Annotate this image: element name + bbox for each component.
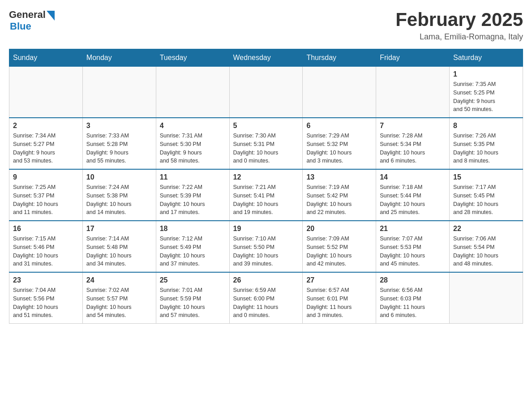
calendar-day-cell (376, 67, 450, 118)
day-number: 18 (160, 225, 226, 233)
logo: General Blue (9, 9, 55, 32)
day-number: 15 (453, 173, 519, 181)
calendar-day-cell: 8Sunrise: 7:26 AM Sunset: 5:35 PM Daylig… (450, 118, 523, 169)
calendar-day-cell: 25Sunrise: 7:01 AM Sunset: 5:59 PM Dayli… (156, 272, 229, 324)
calendar-subtitle: Lama, Emilia-Romagna, Italy (395, 32, 523, 42)
day-info: Sunrise: 7:10 AM Sunset: 5:50 PM Dayligh… (233, 235, 299, 268)
day-info: Sunrise: 7:28 AM Sunset: 5:34 PM Dayligh… (380, 132, 446, 165)
calendar-day-cell: 3Sunrise: 7:33 AM Sunset: 5:28 PM Daylig… (82, 118, 156, 169)
day-number: 13 (306, 173, 372, 181)
day-number: 11 (160, 173, 226, 181)
calendar-title: February 2025 (395, 9, 523, 30)
day-number: 1 (453, 70, 519, 78)
calendar-day-cell: 4Sunrise: 7:31 AM Sunset: 5:30 PM Daylig… (156, 118, 229, 169)
day-of-week-header: Sunday (9, 49, 83, 67)
day-info: Sunrise: 7:31 AM Sunset: 5:30 PM Dayligh… (160, 132, 226, 165)
day-number: 23 (13, 276, 79, 284)
calendar-week-row: 2Sunrise: 7:34 AM Sunset: 5:27 PM Daylig… (9, 118, 523, 169)
day-number: 16 (13, 225, 79, 233)
calendar-day-cell: 13Sunrise: 7:19 AM Sunset: 5:42 PM Dayli… (303, 169, 376, 221)
day-info: Sunrise: 7:01 AM Sunset: 5:59 PM Dayligh… (160, 286, 226, 320)
calendar-day-cell: 5Sunrise: 7:30 AM Sunset: 5:31 PM Daylig… (229, 118, 303, 169)
calendar-day-cell (156, 67, 229, 118)
calendar-day-cell (82, 67, 156, 118)
day-info: Sunrise: 6:56 AM Sunset: 6:03 PM Dayligh… (380, 286, 446, 320)
day-number: 9 (13, 173, 79, 181)
title-block: February 2025 Lama, Emilia-Romagna, Ital… (395, 9, 523, 42)
calendar-day-cell (9, 67, 83, 118)
day-info: Sunrise: 7:17 AM Sunset: 5:45 PM Dayligh… (453, 183, 519, 217)
calendar-week-row: 16Sunrise: 7:15 AM Sunset: 5:46 PM Dayli… (9, 221, 523, 272)
day-of-week-header: Tuesday (156, 49, 229, 67)
calendar-day-cell: 17Sunrise: 7:14 AM Sunset: 5:48 PM Dayli… (82, 221, 156, 272)
day-info: Sunrise: 7:04 AM Sunset: 5:56 PM Dayligh… (13, 286, 79, 320)
calendar-day-cell: 23Sunrise: 7:04 AM Sunset: 5:56 PM Dayli… (9, 272, 83, 324)
calendar-day-cell: 27Sunrise: 6:57 AM Sunset: 6:01 PM Dayli… (303, 272, 376, 324)
day-number: 28 (380, 276, 446, 284)
calendar-week-row: 9Sunrise: 7:25 AM Sunset: 5:37 PM Daylig… (9, 169, 523, 221)
day-number: 19 (233, 225, 299, 233)
calendar-day-cell: 26Sunrise: 6:59 AM Sunset: 6:00 PM Dayli… (229, 272, 303, 324)
day-number: 12 (233, 173, 299, 181)
calendar-day-cell (229, 67, 303, 118)
day-number: 4 (160, 122, 226, 130)
calendar-day-cell: 7Sunrise: 7:28 AM Sunset: 5:34 PM Daylig… (376, 118, 450, 169)
calendar-header-row: SundayMondayTuesdayWednesdayThursdayFrid… (9, 49, 523, 67)
calendar-day-cell: 19Sunrise: 7:10 AM Sunset: 5:50 PM Dayli… (229, 221, 303, 272)
day-info: Sunrise: 7:06 AM Sunset: 5:54 PM Dayligh… (453, 235, 519, 268)
calendar-day-cell: 15Sunrise: 7:17 AM Sunset: 5:45 PM Dayli… (450, 169, 523, 221)
day-number: 25 (160, 276, 226, 284)
calendar-table: SundayMondayTuesdayWednesdayThursdayFrid… (9, 49, 523, 324)
calendar-day-cell: 20Sunrise: 7:09 AM Sunset: 5:52 PM Dayli… (303, 221, 376, 272)
day-number: 2 (13, 122, 79, 130)
calendar-day-cell: 14Sunrise: 7:18 AM Sunset: 5:44 PM Dayli… (376, 169, 450, 221)
calendar-week-row: 23Sunrise: 7:04 AM Sunset: 5:56 PM Dayli… (9, 272, 523, 324)
page-header: General Blue February 2025 Lama, Emilia-… (9, 9, 523, 42)
calendar-day-cell (450, 272, 523, 324)
day-info: Sunrise: 7:14 AM Sunset: 5:48 PM Dayligh… (86, 235, 152, 268)
day-number: 21 (380, 225, 446, 233)
logo-blue-text: Blue (10, 21, 31, 32)
day-number: 20 (306, 225, 372, 233)
day-number: 26 (233, 276, 299, 284)
day-of-week-header: Saturday (450, 49, 523, 67)
logo-general-text: General (9, 9, 46, 21)
day-of-week-header: Thursday (303, 49, 376, 67)
day-info: Sunrise: 7:30 AM Sunset: 5:31 PM Dayligh… (233, 132, 299, 165)
day-number: 27 (306, 276, 372, 284)
calendar-day-cell: 12Sunrise: 7:21 AM Sunset: 5:41 PM Dayli… (229, 169, 303, 221)
day-number: 22 (453, 225, 519, 233)
day-number: 24 (86, 276, 152, 284)
day-info: Sunrise: 7:12 AM Sunset: 5:49 PM Dayligh… (160, 235, 226, 268)
day-info: Sunrise: 7:22 AM Sunset: 5:39 PM Dayligh… (160, 183, 226, 217)
calendar-day-cell: 24Sunrise: 7:02 AM Sunset: 5:57 PM Dayli… (82, 272, 156, 324)
day-number: 6 (306, 122, 372, 130)
calendar-day-cell: 9Sunrise: 7:25 AM Sunset: 5:37 PM Daylig… (9, 169, 83, 221)
calendar-day-cell: 11Sunrise: 7:22 AM Sunset: 5:39 PM Dayli… (156, 169, 229, 221)
day-info: Sunrise: 7:29 AM Sunset: 5:32 PM Dayligh… (306, 132, 372, 165)
day-info: Sunrise: 7:15 AM Sunset: 5:46 PM Dayligh… (13, 235, 79, 268)
calendar-day-cell: 10Sunrise: 7:24 AM Sunset: 5:38 PM Dayli… (82, 169, 156, 221)
day-number: 17 (86, 225, 152, 233)
calendar-day-cell: 16Sunrise: 7:15 AM Sunset: 5:46 PM Dayli… (9, 221, 83, 272)
calendar-day-cell: 21Sunrise: 7:07 AM Sunset: 5:53 PM Dayli… (376, 221, 450, 272)
day-info: Sunrise: 7:21 AM Sunset: 5:41 PM Dayligh… (233, 183, 299, 217)
day-info: Sunrise: 6:59 AM Sunset: 6:00 PM Dayligh… (233, 286, 299, 320)
day-number: 10 (86, 173, 152, 181)
day-info: Sunrise: 7:25 AM Sunset: 5:37 PM Dayligh… (13, 183, 79, 217)
calendar-day-cell: 28Sunrise: 6:56 AM Sunset: 6:03 PM Dayli… (376, 272, 450, 324)
svg-marker-0 (47, 11, 55, 21)
calendar-day-cell: 22Sunrise: 7:06 AM Sunset: 5:54 PM Dayli… (450, 221, 523, 272)
calendar-day-cell (303, 67, 376, 118)
day-info: Sunrise: 7:09 AM Sunset: 5:52 PM Dayligh… (306, 235, 372, 268)
day-info: Sunrise: 6:57 AM Sunset: 6:01 PM Dayligh… (306, 286, 372, 320)
day-info: Sunrise: 7:34 AM Sunset: 5:27 PM Dayligh… (13, 132, 79, 165)
day-info: Sunrise: 7:02 AM Sunset: 5:57 PM Dayligh… (86, 286, 152, 320)
calendar-day-cell: 1Sunrise: 7:35 AM Sunset: 5:25 PM Daylig… (450, 67, 523, 118)
calendar-week-row: 1Sunrise: 7:35 AM Sunset: 5:25 PM Daylig… (9, 67, 523, 118)
day-number: 14 (380, 173, 446, 181)
day-info: Sunrise: 7:26 AM Sunset: 5:35 PM Dayligh… (453, 132, 519, 165)
day-number: 7 (380, 122, 446, 130)
day-of-week-header: Monday (82, 49, 156, 67)
calendar-day-cell: 2Sunrise: 7:34 AM Sunset: 5:27 PM Daylig… (9, 118, 83, 169)
